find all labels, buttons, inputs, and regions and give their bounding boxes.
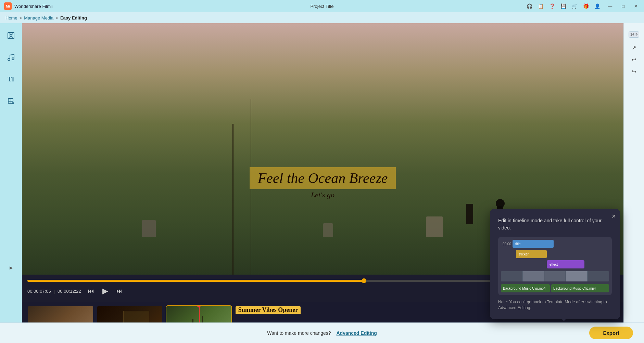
bottom-bar-question: Want to make more changes? xyxy=(267,330,331,336)
tooltip-popup: ✕ Edit in timeline mode and take full co… xyxy=(490,209,620,319)
gift-icon[interactable]: 🎁 xyxy=(583,3,589,9)
advanced-editing-link[interactable]: Advanced Editing xyxy=(337,330,377,336)
tooltip-close-button[interactable]: ✕ xyxy=(611,213,616,220)
sidebar-item-media[interactable] xyxy=(4,29,18,42)
skip-back-button[interactable]: ⏮ xyxy=(87,286,96,296)
minimize-button[interactable]: — xyxy=(606,3,614,10)
cart-icon[interactable]: 🛒 xyxy=(572,3,578,9)
breadcrumb-home[interactable]: Home xyxy=(5,15,17,21)
user-icon[interactable]: 👤 xyxy=(594,3,600,9)
save-icon[interactable]: 💾 xyxy=(560,3,566,9)
time-display: 00:00:07:05 | 00:00:12:22 xyxy=(27,289,81,294)
title-block: title xyxy=(513,240,554,248)
breadcrumb-sep2: > xyxy=(55,15,58,21)
skip-forward-button[interactable]: ⏭ xyxy=(115,286,124,296)
undo-icon: ↩ xyxy=(632,56,636,63)
video-overlay-text: Feel the Ocean Breeze Let's go xyxy=(250,167,396,199)
help-icon[interactable]: ❓ xyxy=(549,3,555,9)
bg-music-tracks: Background Music Clip.mp4 Background Mus… xyxy=(501,284,609,292)
breadcrumb: Home > Manage Media > Easy Editing xyxy=(0,12,644,23)
breadcrumb-sep1: > xyxy=(20,15,22,21)
right-panel: 16:9 ↗ ↩ ↪ xyxy=(623,23,644,343)
bookmark-icon[interactable]: 📋 xyxy=(538,3,544,9)
project-title: Project Title xyxy=(311,4,334,9)
left-sidebar: TI ▶ xyxy=(0,23,22,343)
sticker-block: sticker xyxy=(516,250,547,258)
timeline-track-sticker: sticker xyxy=(501,250,609,258)
svg-point-5 xyxy=(12,58,14,60)
title-bar: Mi Wondershare Filmii Project Title 🎧 📋 … xyxy=(0,0,644,12)
share-icon: ↗ xyxy=(632,44,636,51)
total-time: 00:00:12:22 xyxy=(58,289,81,294)
effect-block: effect xyxy=(547,260,584,268)
tooltip-body: Edit in timeline mode and take full cont… xyxy=(498,217,612,232)
undo-button[interactable]: ↩ xyxy=(630,55,637,64)
sidebar-item-text[interactable]: TI xyxy=(4,72,18,86)
bottom-bar: Want to make more changes? Advanced Edit… xyxy=(0,322,644,343)
bg-music-2: Background Music Clip.mp4 xyxy=(551,284,609,292)
breadcrumb-current: Easy Editing xyxy=(60,15,87,21)
thumbnail-4-label: Summer Vibes Opener xyxy=(238,306,298,314)
sidebar-expand-btn[interactable]: ▶ xyxy=(8,261,14,275)
progress-fill xyxy=(27,280,364,282)
play-pause-button[interactable]: ▶ xyxy=(101,285,110,297)
timeline-track-effect: effect xyxy=(501,260,609,268)
progress-knob[interactable] xyxy=(362,278,366,283)
breadcrumb-manage-media[interactable]: Manage Media xyxy=(24,15,53,21)
headphone-icon[interactable]: 🎧 xyxy=(527,3,532,9)
video-strip xyxy=(501,271,609,281)
export-button[interactable]: Export xyxy=(589,327,633,339)
svg-point-1 xyxy=(10,35,12,37)
sidebar-item-crop[interactable] xyxy=(4,94,18,108)
timeline-track-title: 00:00 title xyxy=(501,240,609,248)
redo-button[interactable]: ↪ xyxy=(630,67,637,76)
video-subtitle: Let's go xyxy=(250,190,396,199)
app-logo: Mi xyxy=(4,2,12,10)
current-time: 00:00:07:05 xyxy=(27,289,51,294)
redo-icon: ↪ xyxy=(632,68,636,75)
tooltip-timeline-preview: 00:00 title sticker effect xyxy=(498,237,612,295)
bg-music-1: Background Music Clip.mp4 xyxy=(501,284,550,292)
aspect-ratio-button[interactable]: 16:9 xyxy=(629,31,639,38)
maximize-button[interactable]: □ xyxy=(620,3,627,10)
tooltip-note: Note: You can't go back to Template Mode… xyxy=(498,299,612,311)
title-bar-right: 🎧 📋 ❓ 💾 🛒 🎁 👤 — □ ✕ xyxy=(527,3,640,10)
time-divider: | xyxy=(54,289,55,294)
video-title: Feel the Ocean Breeze xyxy=(250,167,396,189)
share-button[interactable]: ↗ xyxy=(630,43,637,52)
title-bar-left: Mi Wondershare Filmii xyxy=(4,2,53,10)
app-name: Wondershare Filmii xyxy=(14,4,53,9)
svg-point-4 xyxy=(8,58,10,61)
close-button[interactable]: ✕ xyxy=(632,3,640,10)
sidebar-item-music[interactable] xyxy=(4,51,18,64)
